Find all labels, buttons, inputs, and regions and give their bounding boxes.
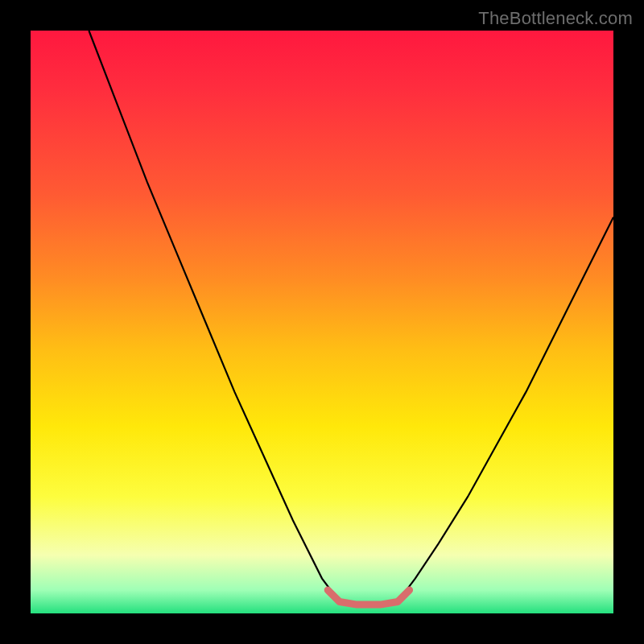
valley-bottom-path [328,590,409,605]
curve-layer [31,31,613,613]
plot-area [31,31,613,613]
left-valley-arm-path [89,31,339,602]
chart-frame: TheBottleneck.com [0,0,644,644]
right-valley-arm-path [398,217,613,602]
watermark-text: TheBottleneck.com [478,8,633,29]
